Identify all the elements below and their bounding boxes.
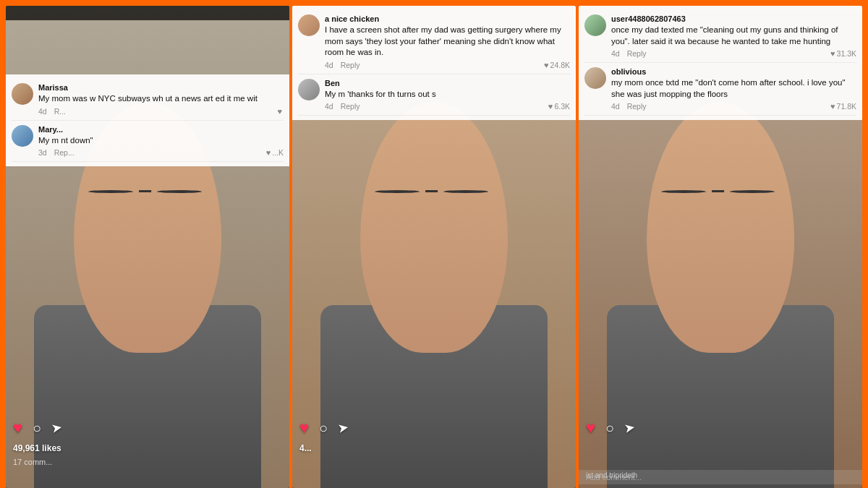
like-count: ♥ <box>277 107 284 116</box>
like-count: ♥31.3K <box>830 49 856 58</box>
likes-number: 6.3K <box>554 102 570 111</box>
comments-overlay: a nice chickenI have a screen shot after… <box>292 6 576 120</box>
title-overlay <box>6 6 289 20</box>
comment-block: Mary...My m nt down"3dRep...♥...K <box>12 121 284 163</box>
comment-text: I have a screen shot after my dad was ge… <box>325 25 570 59</box>
face-shape <box>360 102 508 353</box>
comment-time: 4d <box>325 61 333 69</box>
username: user4488062807463 <box>611 14 856 23</box>
avatar <box>12 83 33 105</box>
like-count: ♥6.3K <box>548 102 570 111</box>
like-button[interactable]: ♥ <box>299 419 309 437</box>
share-button[interactable]: ➤ <box>50 419 64 437</box>
reply-button[interactable]: Reply <box>341 61 360 69</box>
comment-text: once my dad texted me "cleaning out my g… <box>611 25 856 47</box>
like-count: ♥24.8K <box>544 61 570 69</box>
heart-icon[interactable]: ♥ <box>548 102 553 111</box>
comment-meta: 4dReply♥31.3K <box>611 49 856 58</box>
comment-content: Mary...My m nt down"3dRep...♥...K <box>38 125 284 158</box>
comment-button[interactable]: ○ <box>33 420 41 437</box>
comment-time: 3d <box>38 148 47 157</box>
likes-number: 71.8K <box>837 102 856 111</box>
avatar <box>298 79 320 100</box>
heart-icon[interactable]: ♥ <box>277 107 282 116</box>
avatar <box>12 125 33 147</box>
comment-block: a nice chickenI have a screen shot after… <box>298 10 570 74</box>
bottom-text: ist and triprideth <box>586 471 855 479</box>
comment-button[interactable]: ○ <box>605 420 614 437</box>
panel-3: user4488062807463once my dad texted me "… <box>579 6 862 488</box>
reply-button[interactable]: Reply <box>627 102 647 111</box>
comment-text: my mom once txtd me "don't come hom afte… <box>611 77 856 100</box>
comment-meta: 3dRep...♥...K <box>38 148 284 157</box>
username: Ben <box>325 79 570 87</box>
comment-content: a nice chickenI have a screen shot after… <box>325 14 570 69</box>
reply-button[interactable]: Reply <box>627 49 647 58</box>
reply-button[interactable]: Reply <box>341 102 360 111</box>
username: oblivious <box>611 67 856 76</box>
share-button[interactable]: ➤ <box>623 419 637 437</box>
share-button[interactable]: ➤ <box>336 419 350 437</box>
avatar <box>584 14 606 36</box>
comment-content: user4488062807463once my dad texted me "… <box>611 14 856 58</box>
heart-icon[interactable]: ♥ <box>266 148 271 157</box>
comment-text: My m nt down" <box>38 135 284 147</box>
comment-button[interactable]: ○ <box>319 420 328 437</box>
likes-number: 31.3K <box>837 49 856 58</box>
panel-1: MarissaMy mom was w NYC subways wh ut a … <box>6 6 289 488</box>
action-bar: ♥○➤ <box>292 419 576 437</box>
face-shape <box>647 102 794 353</box>
like-button[interactable]: ♥ <box>586 419 595 437</box>
comments-link[interactable]: 17 comm... <box>13 458 52 466</box>
comment-content: BenMy m 'thanks for th turns out s4dRepl… <box>325 79 570 111</box>
heart-icon[interactable]: ♥ <box>830 49 835 58</box>
likes-number: 24.8K <box>550 61 570 69</box>
comment-block: BenMy m 'thanks for th turns out s4dRepl… <box>298 74 570 116</box>
comment-content: obliviousmy mom once txtd me "don't come… <box>611 67 856 111</box>
likes-number: ...K <box>272 148 284 157</box>
likes-count: 4... <box>299 443 312 453</box>
avatar <box>584 67 606 89</box>
username: Mary... <box>38 125 284 134</box>
comment-block: user4488062807463once my dad texted me "… <box>584 10 856 63</box>
reply-button[interactable]: R... <box>54 107 66 116</box>
comments-overlay: MarissaMy mom was w NYC subways wh ut a … <box>6 74 289 166</box>
comments-overlay: user4488062807463once my dad texted me "… <box>579 6 862 120</box>
comment-time: 4d <box>38 107 47 116</box>
heart-icon[interactable]: ♥ <box>544 61 549 69</box>
username: a nice chicken <box>325 14 570 23</box>
reply-button[interactable]: Rep... <box>54 148 75 157</box>
username: Marissa <box>38 83 284 92</box>
comment-meta: 4dReply♥6.3K <box>325 102 570 111</box>
comment-text: My mom was w NYC subways wh ut a news ar… <box>38 93 284 105</box>
heart-icon[interactable]: ♥ <box>830 102 835 111</box>
action-bar: ♥○➤ <box>6 419 289 437</box>
comment-time: 4d <box>611 49 620 58</box>
avatar <box>298 14 320 36</box>
comment-text: My m 'thanks for th turns out s <box>325 89 570 100</box>
panel-2: a nice chickenI have a screen shot after… <box>292 6 576 488</box>
like-button[interactable]: ♥ <box>13 419 22 437</box>
comment-meta: 4dReply♥71.8K <box>611 102 856 111</box>
comment-meta: 4dReply♥24.8K <box>325 61 570 69</box>
action-bar: ♥○➤ <box>579 419 862 437</box>
comment-time: 4d <box>611 102 620 111</box>
like-count: ♥...K <box>266 148 284 157</box>
comment-content: MarissaMy mom was w NYC subways wh ut a … <box>38 83 284 116</box>
comment-block: MarissaMy mom was w NYC subways wh ut a … <box>12 79 284 121</box>
like-count: ♥71.8K <box>830 102 856 111</box>
comment-time: 4d <box>325 102 333 111</box>
comment-meta: 4dR...♥ <box>38 107 284 116</box>
likes-count: 49,961 likes <box>13 443 61 453</box>
comment-block: obliviousmy mom once txtd me "don't come… <box>584 63 856 116</box>
